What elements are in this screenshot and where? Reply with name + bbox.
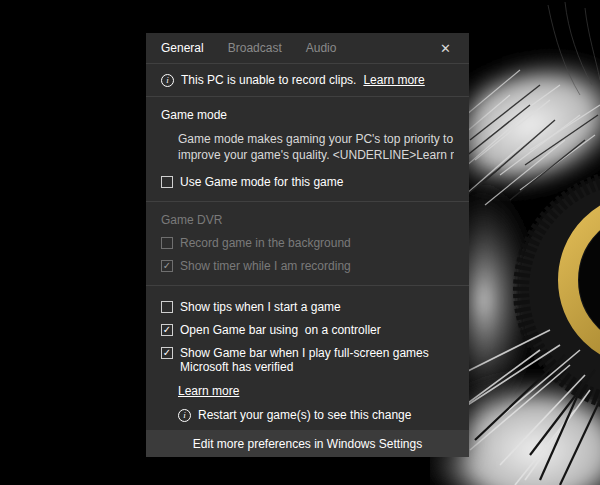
game-dvr-title: Game DVR: [161, 213, 454, 227]
checkbox-label: Open Game bar using on a controller: [180, 323, 381, 337]
checkbox-show-tips[interactable]: ✓ Show tips when I start a game: [161, 300, 454, 314]
checkbox-icon: ✓: [161, 260, 173, 272]
check-icon: ✓: [163, 261, 171, 271]
banner-text: This PC is unable to record clips.: [181, 73, 356, 87]
dialog-body: Game mode Game mode makes gaming your PC…: [146, 97, 469, 430]
record-warning-banner: i This PC is unable to record clips. Lea…: [146, 64, 469, 97]
checkbox-icon: ✓: [161, 347, 173, 359]
checkbox-icon: ✓: [161, 301, 173, 313]
close-icon[interactable]: ✕: [437, 40, 454, 57]
restart-note: i Restart your game(s) to see this chang…: [178, 408, 454, 422]
checkbox-label: Show tips when I start a game: [180, 300, 341, 314]
checkbox-icon: ✓: [161, 176, 173, 188]
game-bar-settings-dialog: General Broadcast Audio ✕ i This PC is u…: [146, 33, 469, 457]
game-dvr-section: Game DVR ✓ Record game in the background…: [146, 201, 469, 285]
checkbox-label: Show Game bar when I play full-screen ga…: [180, 346, 454, 374]
checkbox-use-game-mode[interactable]: ✓ Use Game mode for this game: [161, 175, 454, 189]
tab-general[interactable]: General: [161, 41, 204, 55]
checkbox-label: Show timer while I am recording: [180, 259, 351, 273]
game-mode-section: Game mode Game mode makes gaming your PC…: [146, 97, 469, 201]
tab-audio[interactable]: Audio: [306, 41, 337, 55]
tab-bar: General Broadcast Audio ✕: [146, 33, 469, 64]
restart-note-text: Restart your game(s) to see this change: [198, 408, 411, 422]
checkbox-label: Record game in the background: [180, 236, 351, 250]
checkbox-icon: ✓: [161, 237, 173, 249]
banner-learn-more-link[interactable]: Learn more: [363, 73, 424, 87]
checkbox-show-timer[interactable]: ✓ Show timer while I am recording: [161, 259, 454, 273]
checkbox-record-background[interactable]: ✓ Record game in the background: [161, 236, 454, 250]
checkbox-show-game-bar-fullscreen[interactable]: ✓ Show Game bar when I play full-screen …: [161, 346, 454, 374]
edit-preferences-button[interactable]: Edit more preferences in Windows Setting…: [146, 430, 469, 457]
game-mode-description-line1: Game mode makes gaming your PC's top pri…: [178, 131, 454, 147]
checkbox-open-game-bar-controller[interactable]: ✓ Open Game bar using on a controller: [161, 323, 454, 337]
options-learn-more-link[interactable]: Learn more: [178, 384, 239, 398]
game-mode-title: Game mode: [161, 108, 454, 122]
check-icon: ✓: [163, 325, 171, 335]
check-icon: ✓: [163, 348, 171, 358]
general-options-section: ✓ Show tips when I start a game ✓ Open G…: [146, 285, 469, 430]
info-icon: i: [178, 409, 191, 422]
info-icon: i: [161, 74, 174, 87]
game-mode-description-line2: improve your game's quality. <UNDERLINE>…: [178, 147, 454, 163]
checkbox-icon: ✓: [161, 324, 173, 336]
tab-broadcast[interactable]: Broadcast: [228, 41, 282, 55]
checkbox-label: Use Game mode for this game: [180, 175, 343, 189]
